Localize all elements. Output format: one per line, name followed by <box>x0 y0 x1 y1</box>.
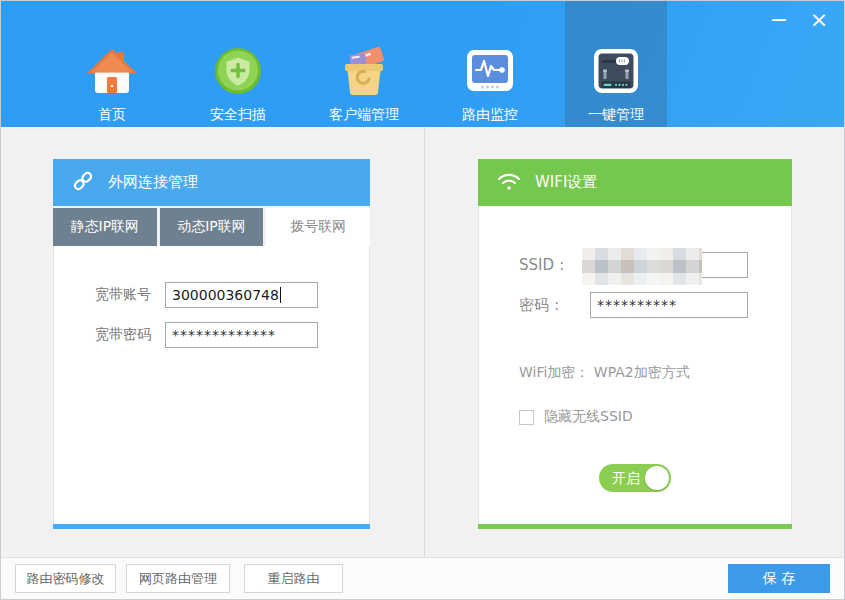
router-password-change-button[interactable]: 路由密码修改 <box>15 564 116 593</box>
top-navigation-bar: − × 首页 <box>1 1 844 127</box>
minimize-button[interactable]: − <box>766 5 792 33</box>
wifi-panel-body: SSID： 密码： ********** WiFi加密： WPA2加密方式 <box>478 206 792 524</box>
broadband-account-value: 300000360748 <box>172 287 279 303</box>
wan-tabs: 静态IP联网 动态IP联网 拨号联网 <box>53 208 370 246</box>
wan-panel-title: 外网连接管理 <box>108 173 198 192</box>
close-button[interactable]: × <box>806 5 832 33</box>
nav-item-one-key-management[interactable]: 一键管理 <box>565 1 667 127</box>
content-area: 外网连接管理 静态IP联网 动态IP联网 拨号联网 宽带账号 300000360… <box>1 127 844 557</box>
wifi-toggle-knob <box>645 466 669 490</box>
wifi-encryption-value: WPA2加密方式 <box>594 364 690 380</box>
wan-panel-body: 宽带账号 300000360748 宽带密码 ************* <box>53 246 370 524</box>
shield-icon <box>212 45 264 97</box>
monitor-icon <box>464 45 516 97</box>
clients-icon <box>338 45 390 97</box>
restart-router-button[interactable]: 重启路由 <box>244 564 343 593</box>
panel-divider <box>424 127 425 557</box>
wan-connection-panel: 外网连接管理 静态IP联网 动态IP联网 拨号联网 宽带账号 300000360… <box>53 159 370 529</box>
nav-label-home: 首页 <box>98 106 126 124</box>
broadband-password-input[interactable]: ************* <box>165 322 318 348</box>
tab-dynamic-ip[interactable]: 动态IP联网 <box>160 208 264 246</box>
broadband-password-value: ************* <box>172 327 276 343</box>
broadband-account-input[interactable]: 300000360748 <box>165 282 318 308</box>
web-router-management-button[interactable]: 网页路由管理 <box>126 564 230 593</box>
wifi-toggle[interactable]: 开启 <box>599 464 671 492</box>
wifi-password-input[interactable]: ********** <box>590 292 748 318</box>
ssid-label: SSID： <box>519 256 590 275</box>
nav-item-router-monitor[interactable]: 路由监控 <box>439 1 541 127</box>
nav-item-security-scan[interactable]: 安全扫描 <box>187 1 289 127</box>
app-window: − × 首页 <box>0 0 845 600</box>
nav-label-security-scan: 安全扫描 <box>210 106 266 124</box>
nav-label-client-management: 客户端管理 <box>329 106 399 124</box>
wifi-password-row: 密码： ********** <box>519 292 748 318</box>
wifi-panel-accent-bar <box>478 524 792 529</box>
broadband-account-row: 宽带账号 300000360748 <box>95 282 318 308</box>
home-icon <box>86 45 138 97</box>
wan-panel-accent-bar <box>53 524 370 529</box>
window-controls: − × <box>766 5 832 33</box>
hide-ssid-checkbox[interactable] <box>519 410 534 425</box>
main-nav: 首页 安全扫描 <box>61 1 667 127</box>
wifi-password-label: 密码： <box>519 296 590 315</box>
broadband-password-row: 宽带密码 ************* <box>95 322 318 348</box>
footer-toolbar: 路由密码修改 网页路由管理 重启路由 保 存 <box>1 557 844 599</box>
nav-item-client-management[interactable]: 客户端管理 <box>313 1 415 127</box>
wifi-settings-panel: WIFI设置 SSID： 密码： ********** W <box>478 159 792 529</box>
wifi-toggle-label: 开启 <box>612 464 640 492</box>
text-cursor <box>280 287 281 303</box>
hide-ssid-label: 隐藏无线SSID <box>544 408 633 426</box>
tab-pppoe-dialup[interactable]: 拨号联网 <box>266 208 370 246</box>
wan-panel-header: 外网连接管理 <box>53 159 370 206</box>
wifi-encryption-text: WiFi加密： WPA2加密方式 <box>519 364 690 382</box>
hide-ssid-row: 隐藏无线SSID <box>519 408 633 426</box>
broadband-password-label: 宽带密码 <box>95 326 151 344</box>
tab-static-ip[interactable]: 静态IP联网 <box>53 208 157 246</box>
nav-item-home[interactable]: 首页 <box>61 1 163 127</box>
ssid-censor-blur <box>582 248 702 285</box>
wifi-icon <box>496 170 522 196</box>
wifi-encryption-label: WiFi加密： <box>519 364 589 380</box>
wifi-panel-header: WIFI设置 <box>478 159 792 206</box>
nav-label-one-key-management: 一键管理 <box>588 106 644 124</box>
link-icon <box>71 169 95 197</box>
wifi-panel-title: WIFI设置 <box>535 173 597 192</box>
save-button[interactable]: 保 存 <box>728 564 830 593</box>
wifi-password-value: ********** <box>597 297 677 313</box>
broadband-account-label: 宽带账号 <box>95 286 151 304</box>
router-icon <box>590 45 642 97</box>
nav-label-router-monitor: 路由监控 <box>462 106 518 124</box>
